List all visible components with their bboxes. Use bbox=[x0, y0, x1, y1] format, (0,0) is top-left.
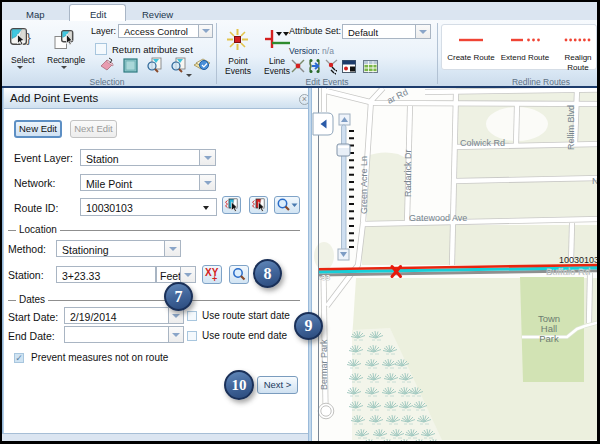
svg-text:Green Acre Ln: Green Acre Ln bbox=[359, 156, 369, 214]
svg-text:Buffalo Rd: Buffalo Rd bbox=[546, 266, 590, 277]
svg-text:}: } bbox=[27, 30, 32, 45]
svg-text:Rellim Blvd: Rellim Blvd bbox=[566, 105, 576, 150]
svg-text:Radarick Dr: Radarick Dr bbox=[403, 149, 413, 197]
svg-text:Bermar Park: Bermar Park bbox=[319, 339, 329, 390]
svg-text:Colwick Rd: Colwick Rd bbox=[460, 138, 505, 148]
svg-text:10030103: 10030103 bbox=[559, 255, 599, 265]
svg-text:Park: Park bbox=[539, 333, 559, 344]
svg-text:Gatewood Ave: Gatewood Ave bbox=[409, 213, 467, 223]
svg-text:-33: -33 bbox=[319, 273, 330, 282]
